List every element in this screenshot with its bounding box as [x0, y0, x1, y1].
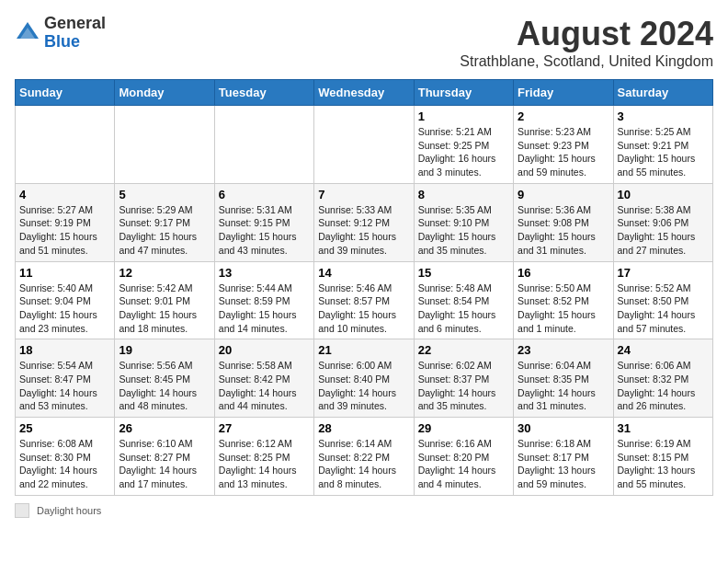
day-info: Sunrise: 5:31 AM Sunset: 9:15 PM Dayligh… — [219, 203, 310, 258]
day-number: 22 — [418, 343, 509, 357]
day-info: Sunrise: 6:02 AM Sunset: 8:37 PM Dayligh… — [418, 359, 509, 413]
day-number: 10 — [618, 188, 709, 201]
calendar-week-row: 11Sunrise: 5:40 AM Sunset: 9:04 PM Dayli… — [16, 261, 713, 339]
calendar: SundayMondayTuesdayWednesdayThursdayFrid… — [15, 79, 713, 496]
day-info: Sunrise: 6:14 AM Sunset: 8:22 PM Dayligh… — [318, 437, 409, 491]
day-info: Sunrise: 6:04 AM Sunset: 8:35 PM Dayligh… — [518, 359, 609, 413]
calendar-cell: 9Sunrise: 5:36 AM Sunset: 9:08 PM Daylig… — [514, 183, 613, 261]
logo-icon — [15, 20, 40, 46]
day-number: 28 — [318, 421, 409, 435]
day-number: 30 — [518, 421, 609, 435]
day-info: Sunrise: 5:50 AM Sunset: 8:52 PM Dayligh… — [518, 282, 609, 336]
calendar-cell: 28Sunrise: 6:14 AM Sunset: 8:22 PM Dayli… — [314, 418, 414, 496]
day-number: 4 — [19, 188, 110, 201]
day-info: Sunrise: 5:58 AM Sunset: 8:42 PM Dayligh… — [219, 359, 310, 413]
calendar-cell: 15Sunrise: 5:48 AM Sunset: 8:54 PM Dayli… — [414, 261, 513, 339]
day-info: Sunrise: 6:10 AM Sunset: 8:27 PM Dayligh… — [119, 437, 210, 491]
calendar-cell: 12Sunrise: 5:42 AM Sunset: 9:01 PM Dayli… — [115, 261, 214, 339]
day-info: Sunrise: 5:56 AM Sunset: 8:45 PM Dayligh… — [119, 359, 210, 413]
day-number: 17 — [618, 266, 709, 280]
calendar-cell: 26Sunrise: 6:10 AM Sunset: 8:27 PM Dayli… — [115, 418, 214, 496]
logo-text: General Blue — [44, 15, 106, 52]
day-info: Sunrise: 5:27 AM Sunset: 9:19 PM Dayligh… — [19, 203, 110, 258]
day-number: 31 — [618, 421, 709, 435]
calendar-cell — [115, 106, 214, 184]
day-number: 24 — [618, 343, 709, 357]
footer-row: Daylight hours — [15, 503, 713, 518]
calendar-cell — [314, 106, 414, 184]
calendar-cell: 2Sunrise: 5:23 AM Sunset: 9:23 PM Daylig… — [514, 106, 613, 184]
day-info: Sunrise: 6:19 AM Sunset: 8:15 PM Dayligh… — [618, 437, 709, 491]
weekday-header: Sunday — [16, 80, 115, 106]
day-info: Sunrise: 5:33 AM Sunset: 9:12 PM Dayligh… — [318, 203, 409, 258]
logo-general: General — [44, 14, 106, 32]
weekday-header: Saturday — [613, 80, 712, 106]
day-number: 27 — [219, 421, 310, 435]
calendar-body: 1Sunrise: 5:21 AM Sunset: 9:25 PM Daylig… — [16, 106, 713, 496]
title-area: August 2024 Strathblane, Scotland, Unite… — [460, 15, 713, 70]
day-info: Sunrise: 5:40 AM Sunset: 9:04 PM Dayligh… — [19, 282, 110, 336]
calendar-cell: 11Sunrise: 5:40 AM Sunset: 9:04 PM Dayli… — [16, 261, 115, 339]
day-info: Sunrise: 6:12 AM Sunset: 8:25 PM Dayligh… — [219, 437, 310, 491]
day-info: Sunrise: 5:25 AM Sunset: 9:21 PM Dayligh… — [618, 125, 709, 179]
calendar-cell: 19Sunrise: 5:56 AM Sunset: 8:45 PM Dayli… — [115, 339, 214, 418]
day-info: Sunrise: 6:00 AM Sunset: 8:40 PM Dayligh… — [318, 359, 409, 413]
weekday-header: Thursday — [414, 80, 513, 106]
day-number: 9 — [518, 188, 609, 201]
day-info: Sunrise: 5:44 AM Sunset: 8:59 PM Dayligh… — [219, 282, 310, 336]
day-info: Sunrise: 5:38 AM Sunset: 9:06 PM Dayligh… — [618, 203, 709, 258]
day-info: Sunrise: 6:08 AM Sunset: 8:30 PM Dayligh… — [19, 437, 110, 491]
day-info: Sunrise: 5:46 AM Sunset: 8:57 PM Dayligh… — [318, 282, 409, 336]
day-info: Sunrise: 5:42 AM Sunset: 9:01 PM Dayligh… — [119, 282, 210, 336]
calendar-week-row: 1Sunrise: 5:21 AM Sunset: 9:25 PM Daylig… — [16, 106, 713, 184]
day-number: 20 — [219, 343, 310, 357]
day-info: Sunrise: 5:54 AM Sunset: 8:47 PM Dayligh… — [19, 359, 110, 413]
weekday-header: Wednesday — [314, 80, 414, 106]
weekday-row: SundayMondayTuesdayWednesdayThursdayFrid… — [16, 80, 713, 106]
calendar-cell: 16Sunrise: 5:50 AM Sunset: 8:52 PM Dayli… — [514, 261, 613, 339]
day-info: Sunrise: 6:06 AM Sunset: 8:32 PM Dayligh… — [618, 359, 709, 413]
day-number: 14 — [318, 266, 409, 280]
footer: Daylight hours — [15, 503, 713, 518]
day-number: 21 — [318, 343, 409, 357]
weekday-header: Friday — [514, 80, 613, 106]
day-info: Sunrise: 5:48 AM Sunset: 8:54 PM Dayligh… — [418, 282, 509, 336]
calendar-cell: 23Sunrise: 6:04 AM Sunset: 8:35 PM Dayli… — [514, 339, 613, 418]
day-number: 25 — [19, 421, 110, 435]
calendar-cell: 4Sunrise: 5:27 AM Sunset: 9:19 PM Daylig… — [16, 183, 115, 261]
weekday-header: Monday — [115, 80, 214, 106]
day-number: 16 — [518, 266, 609, 280]
day-number: 1 — [418, 109, 509, 123]
logo: General Blue — [15, 15, 106, 52]
calendar-week-row: 4Sunrise: 5:27 AM Sunset: 9:19 PM Daylig… — [16, 183, 713, 261]
day-number: 19 — [119, 343, 210, 357]
calendar-cell: 24Sunrise: 6:06 AM Sunset: 8:32 PM Dayli… — [613, 339, 712, 418]
day-info: Sunrise: 5:23 AM Sunset: 9:23 PM Dayligh… — [518, 125, 609, 179]
day-number: 6 — [219, 188, 310, 201]
day-number: 5 — [119, 188, 210, 201]
calendar-week-row: 25Sunrise: 6:08 AM Sunset: 8:30 PM Dayli… — [16, 418, 713, 496]
calendar-cell: 27Sunrise: 6:12 AM Sunset: 8:25 PM Dayli… — [214, 418, 313, 496]
day-number: 8 — [418, 188, 509, 201]
calendar-cell: 29Sunrise: 6:16 AM Sunset: 8:20 PM Dayli… — [414, 418, 513, 496]
day-info: Sunrise: 6:18 AM Sunset: 8:17 PM Dayligh… — [518, 437, 609, 491]
day-number: 3 — [618, 109, 709, 123]
calendar-cell: 30Sunrise: 6:18 AM Sunset: 8:17 PM Dayli… — [514, 418, 613, 496]
header: General Blue August 2024 Strathblane, Sc… — [15, 15, 713, 70]
day-number: 26 — [119, 421, 210, 435]
daylight-label: Daylight hours — [37, 505, 101, 516]
day-info: Sunrise: 5:36 AM Sunset: 9:08 PM Dayligh… — [518, 203, 609, 258]
day-info: Sunrise: 5:21 AM Sunset: 9:25 PM Dayligh… — [418, 125, 509, 179]
daylight-box — [15, 503, 29, 518]
calendar-cell: 7Sunrise: 5:33 AM Sunset: 9:12 PM Daylig… — [314, 183, 414, 261]
weekday-header: Tuesday — [214, 80, 313, 106]
calendar-cell — [16, 106, 115, 184]
calendar-cell: 8Sunrise: 5:35 AM Sunset: 9:10 PM Daylig… — [414, 183, 513, 261]
day-number: 11 — [19, 266, 110, 280]
calendar-cell: 21Sunrise: 6:00 AM Sunset: 8:40 PM Dayli… — [314, 339, 414, 418]
calendar-cell: 5Sunrise: 5:29 AM Sunset: 9:17 PM Daylig… — [115, 183, 214, 261]
calendar-cell — [214, 106, 313, 184]
subtitle: Strathblane, Scotland, United Kingdom — [460, 53, 713, 70]
day-info: Sunrise: 5:35 AM Sunset: 9:10 PM Dayligh… — [418, 203, 509, 258]
day-info: Sunrise: 6:16 AM Sunset: 8:20 PM Dayligh… — [418, 437, 509, 491]
